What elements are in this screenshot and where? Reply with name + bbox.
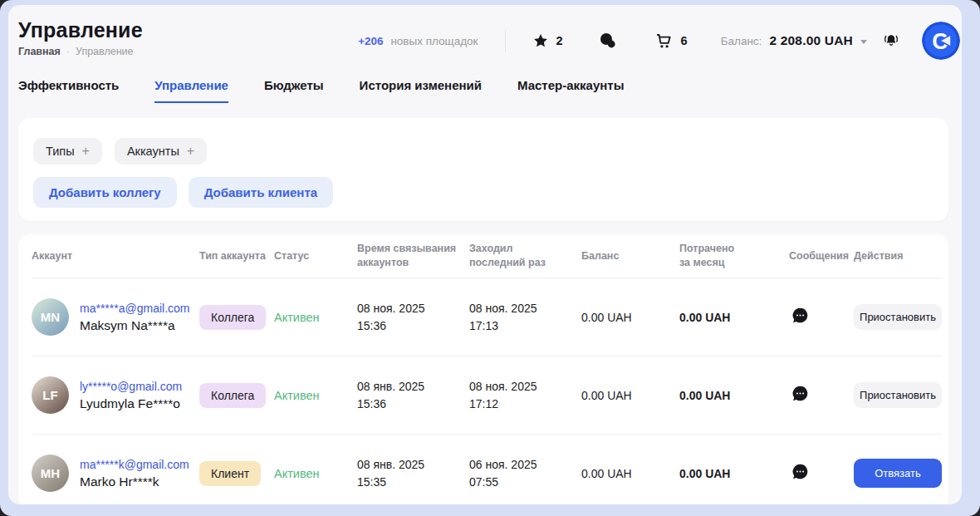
status-label: Активен [274, 389, 357, 402]
messages-cell [789, 306, 854, 328]
app-logo[interactable]: C [922, 22, 960, 60]
row-action-button[interactable]: Отвязать [854, 459, 942, 488]
linked-at: 08 ноя. 2025 15:36 [357, 300, 469, 334]
plus-icon: + [187, 145, 194, 158]
tab[interactable]: История изменений [360, 78, 482, 103]
header-divider [505, 30, 506, 52]
balance-cell: 0.00 UAH [581, 311, 679, 324]
table-row: LF ly*****o@gmail.com Lyudmyla Fe****o К… [32, 356, 942, 434]
app-window: Управление Главная · Управление +206 нов… [8, 5, 962, 504]
accounts-table: АккаунтТип аккаунтаСтатусВремя связывани… [18, 234, 948, 504]
title-block: Управление Главная · Управление [18, 18, 143, 57]
filter-chips-row: Типы + Аккаунты + [33, 138, 948, 165]
new-platforms-count: +206 [358, 35, 383, 47]
column-header: Статус [274, 249, 357, 263]
balance-cell: 0.00 UAH [581, 467, 679, 480]
page-title: Управление [18, 18, 143, 42]
chat-ellipsis-icon [791, 462, 810, 484]
account-type-badge: Клиент [199, 461, 261, 486]
add-button[interactable]: Добавить клиента [189, 177, 333, 208]
plus-icon: + [82, 145, 90, 158]
account-cell: LF ly*****o@gmail.com Lyudmyla Fe****o [32, 376, 199, 414]
favorites-count: 2 [556, 34, 563, 47]
chat-ellipsis-icon [791, 306, 810, 327]
tab[interactable]: Управление [154, 78, 228, 103]
column-header: Потрачено за месяц [679, 242, 789, 270]
account-type-cell: Коллега [199, 305, 274, 330]
account-type-badge: Коллега [199, 305, 266, 330]
column-header: Сообщения [789, 249, 854, 263]
tab[interactable]: Эффективность [18, 78, 119, 103]
account-email-link[interactable]: ly*****o@gmail.com [80, 380, 182, 393]
top-bar: Управление Главная · Управление +206 нов… [8, 5, 962, 60]
table-row: MH ma*****k@gmail.com Marko Hr****k Клие… [32, 434, 942, 504]
filter-chip[interactable]: Типы + [33, 138, 102, 165]
breadcrumb: Главная · Управление [18, 46, 143, 57]
column-header: Баланс [581, 249, 679, 263]
breadcrumb-separator: · [66, 46, 70, 57]
filters-panel: Типы + Аккаунты + Добавить коллегуДобави… [18, 118, 948, 221]
filter-chip-label: Аккаунты [127, 145, 179, 158]
cart-icon [654, 32, 674, 51]
chevron-down-icon [860, 40, 867, 44]
account-name: Lyudmyla Fe****o [80, 396, 182, 411]
favorites-group[interactable]: 2 [532, 32, 563, 49]
actions-cell: Приостановить [854, 382, 942, 408]
account-email-link[interactable]: ma*****k@gmail.com [80, 458, 189, 471]
table-body: MN ma*****a@gmail.com Maksym Na****a Кол… [32, 278, 942, 504]
account-text: ly*****o@gmail.com Lyudmyla Fe****o [80, 380, 182, 411]
account-type-cell: Клиент [199, 461, 274, 486]
message-button[interactable] [791, 306, 810, 327]
status-label: Активен [274, 311, 357, 324]
avatar: LF [32, 376, 69, 414]
cart-group[interactable]: 6 [654, 32, 688, 51]
row-action-button[interactable]: Приостановить [854, 382, 942, 408]
bell-icon[interactable] [882, 32, 900, 50]
table-row: MN ma*****a@gmail.com Maksym Na****a Кол… [32, 278, 942, 356]
spent-cell: 0.00 UAH [679, 311, 789, 324]
balance-dropdown[interactable]: Баланс: 2 208.00 UAH [721, 33, 867, 48]
tab[interactable]: Мастер-аккаунты [517, 78, 624, 103]
actions-cell: Приостановить [854, 304, 942, 330]
last-seen: 06 ноя. 2025 07:55 [469, 456, 581, 490]
filter-chip-label: Типы [46, 145, 75, 158]
new-platforms-label: новых площадок [390, 35, 478, 47]
actions-cell: Отвязать [854, 459, 942, 488]
page-background: Управление Главная · Управление +206 нов… [0, 0, 980, 516]
column-header: Заходил последний раз [469, 242, 581, 270]
row-action-button[interactable]: Приостановить [854, 304, 942, 330]
star-icon [532, 32, 549, 49]
breadcrumb-current: Управление [76, 46, 134, 57]
message-button[interactable] [791, 384, 810, 405]
last-seen: 08 ноя. 2025 17:12 [469, 378, 581, 412]
spent-cell: 0.00 UAH [679, 389, 789, 402]
tab[interactable]: Бюджеты [264, 78, 324, 103]
column-header: Время связывания аккаунтов [357, 242, 469, 270]
avatar: MN [32, 298, 69, 336]
balance-cell: 0.00 UAH [581, 389, 679, 402]
add-button[interactable]: Добавить коллегу [33, 177, 177, 208]
new-platforms-link[interactable]: +206 новых площадок [358, 35, 478, 47]
linked-at: 08 янв. 2025 15:36 [357, 378, 469, 412]
chat-icon[interactable] [598, 31, 618, 51]
column-header: Тип аккаунта [199, 249, 274, 263]
cart-count: 6 [681, 34, 688, 47]
chat-ellipsis-icon [791, 384, 810, 405]
breadcrumb-home[interactable]: Главная [18, 46, 61, 57]
account-name: Maksym Na****a [80, 318, 189, 333]
account-cell: MH ma*****k@gmail.com Marko Hr****k [32, 455, 199, 492]
messages-cell [789, 462, 854, 484]
messages-cell [789, 384, 854, 406]
column-header: Аккаунт [32, 249, 199, 263]
column-header: Действия [854, 249, 942, 263]
account-name: Marko Hr****k [80, 474, 189, 489]
account-type-badge: Коллега [199, 383, 266, 408]
message-button[interactable] [791, 462, 810, 484]
table-header-row: АккаунтТип аккаунтаСтатусВремя связывани… [32, 234, 942, 278]
top-bar-right: +206 новых площадок 2 [358, 22, 960, 60]
spent-cell: 0.00 UAH [679, 467, 789, 480]
account-cell: MN ma*****a@gmail.com Maksym Na****a [32, 298, 199, 336]
account-email-link[interactable]: ma*****a@gmail.com [80, 302, 189, 315]
filter-chip[interactable]: Аккаунты + [115, 138, 207, 165]
account-text: ma*****a@gmail.com Maksym Na****a [80, 302, 189, 333]
